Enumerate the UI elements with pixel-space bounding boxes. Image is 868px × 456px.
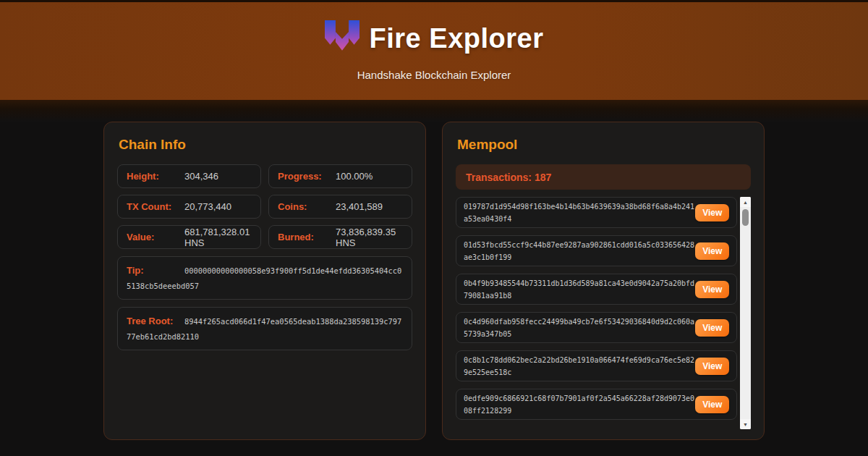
stat-value: 20,773,440 [184, 201, 231, 212]
view-button[interactable]: View [695, 281, 729, 298]
stat-value: 23,401,589 [336, 201, 383, 212]
stat-label: Progress: [278, 171, 336, 182]
scroll-down-icon[interactable]: ▼ [740, 419, 751, 429]
transaction-hash: 0c8b1c78dd062bec2a22bd26be1910a066474fe6… [464, 354, 695, 379]
stat-label: Coins: [278, 201, 336, 212]
logo-icon [325, 18, 359, 59]
chain-stat-box: Value: 681,781,328.01 HNS [117, 225, 261, 249]
chain-stat-box: TX Count: 20,773,440 [117, 195, 261, 219]
transactions-area: 019787d1d954d98f163be4b14b63b4639639a38b… [456, 197, 751, 429]
chain-stats-grid: Height: 304,346 Progress: 100.00% TX Cou… [117, 164, 412, 249]
chain-info-panel: Chain Info Height: 304,346 Progress: 100… [103, 122, 426, 440]
chain-hash-rows: Tip:00000000000000058e93f900ff5d1de44efd… [117, 256, 412, 350]
chain-stat-box: Coins: 23,401,589 [268, 195, 412, 219]
app-header: Fire Explorer Handshake Blockchain Explo… [0, 0, 868, 100]
transaction-hash: 0edfe909c6866921c68f07b7901af0f2a545a662… [464, 392, 695, 417]
transaction-row: 0c4d960dfab958fecc24499ba49cb7e6f5342903… [456, 312, 737, 343]
scrollbar-thumb[interactable] [742, 209, 749, 226]
content: Chain Info Height: 304,346 Progress: 100… [0, 122, 868, 440]
stat-value: 304,346 [184, 171, 218, 182]
view-button[interactable]: View [695, 319, 729, 337]
chain-stat-box: Height: 304,346 [117, 164, 261, 188]
page-subtitle: Handshake Blockchain Explorer [357, 69, 511, 81]
transaction-row: 01d53fbcd55ccf9c44b87ee9287aa902861cdd01… [456, 235, 737, 266]
view-button[interactable]: View [695, 204, 729, 221]
transactions-list: 019787d1d954d98f163be4b14b63b4639639a38b… [456, 197, 737, 420]
transaction-row: 0edfe909c6866921c68f07b7901af0f2a545a662… [456, 389, 737, 420]
mempool-title: Mempool [457, 137, 751, 153]
transaction-hash: 0b4f9b93485544b73311db1d36d589a81ca43e0d… [464, 277, 695, 302]
transaction-hash: 01d53fbcd55ccf9c44b87ee9287aa902861cdd01… [464, 239, 695, 263]
transaction-row: 019787d1d954d98f163be4b14b63b4639639a38b… [456, 197, 737, 228]
mempool-panel: Mempool Transactions: 187 019787d1d954d9… [442, 122, 765, 440]
hash-label: Tip: [127, 263, 184, 278]
transaction-row: 0b4f9b93485544b73311db1d36d589a81ca43e0d… [456, 274, 737, 305]
hash-label: Tree Root: [127, 314, 184, 329]
stat-value: 681,781,328.01 HNS [184, 227, 252, 248]
chain-hash-box: Tip:00000000000000058e93f900ff5d1de44efd… [117, 256, 412, 300]
page-title: Fire Explorer [370, 23, 544, 54]
transactions-count-badge: Transactions: 187 [456, 164, 751, 190]
stat-label: Value: [127, 232, 184, 242]
transaction-hash: 019787d1d954d98f163be4b14b63b4639639a38b… [464, 200, 695, 225]
header-fade [0, 100, 868, 122]
chain-info-title: Chain Info [119, 137, 412, 153]
chain-stat-box: Burned: 73,836,839.35 HNS [268, 225, 412, 249]
view-button[interactable]: View [695, 396, 729, 413]
stat-value: 100.00% [336, 171, 373, 182]
transaction-hash: 0c4d960dfab958fecc24499ba49cb7e6f5342903… [464, 316, 695, 340]
transaction-row: 0c8b1c78dd062bec2a22bd26be1910a066474fe6… [456, 350, 737, 381]
stat-label: Burned: [278, 232, 336, 242]
stat-value: 73,836,839.35 HNS [336, 227, 403, 248]
scrollbar-track[interactable]: ▲ ▼ [740, 197, 751, 429]
chain-stat-box: Progress: 100.00% [268, 164, 412, 188]
view-button[interactable]: View [695, 358, 729, 375]
scroll-up-icon[interactable]: ▲ [740, 197, 751, 207]
view-button[interactable]: View [695, 242, 729, 260]
stat-label: TX Count: [127, 201, 184, 212]
stat-label: Height: [127, 171, 184, 182]
chain-hash-box: Tree Root:8944f265acd066d1f47ea0565deab1… [117, 307, 412, 350]
brand: Fire Explorer [325, 18, 544, 59]
